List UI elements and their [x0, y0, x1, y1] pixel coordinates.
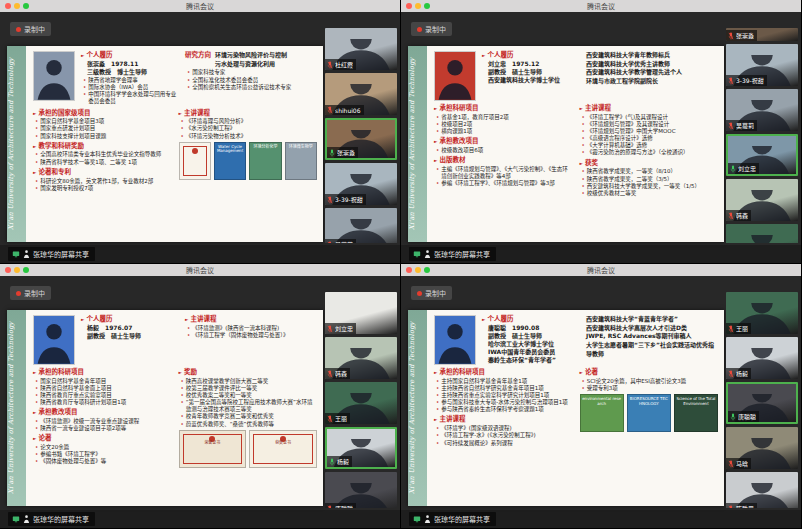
- participant-name: 刘立忠: [325, 323, 356, 334]
- fullscreen-window-button[interactable]: [424, 267, 430, 273]
- participant-tile[interactable]: 陈胜男: [726, 472, 798, 508]
- participant-tile[interactable]: 3-39-祝甜: [325, 163, 397, 205]
- bullet-marker-icon: •: [35, 451, 38, 458]
- close-window-button[interactable]: [5, 3, 11, 9]
- bullet-item: •“第一届全国高等院校工程应用技术教师大赛”水环境监测与治理技术赛项三等奖: [181, 399, 318, 413]
- slide-profile-row: ►个人履历刘立忠 1975.12副教授 硕士生导师西安建筑科技大学博士学位西安建…: [434, 51, 718, 101]
- slide-section: ►承担教改项目•《环境监测》校级一流专业重点建设课程•陕西省一流专业建设项目子项…: [33, 408, 172, 432]
- participant-filmstrip[interactable]: 张崇淼3-39-祝甜吴蔓莉刘立忠韩森王丽: [726, 28, 798, 243]
- share-status-chip[interactable]: 张琼华的屏幕共享: [8, 247, 95, 261]
- participant-tile[interactable]: 王丽: [726, 292, 798, 334]
- section-header: ►出版教材: [434, 156, 573, 165]
- participant-tile[interactable]: 刘立忠: [726, 134, 798, 176]
- bullet-marker-icon: •: [187, 69, 190, 76]
- fullscreen-window-button[interactable]: [424, 3, 430, 9]
- minimize-window-button[interactable]: [14, 3, 20, 9]
- bullet-list: •《环境监测》校级一流专业重点建设课程•陕西省一流专业建设项目子项2项等: [33, 418, 172, 432]
- minimize-window-button[interactable]: [415, 3, 421, 9]
- participant-name: 唐聪聪: [728, 411, 759, 422]
- bullet-item: •校级项目2项: [436, 121, 573, 128]
- slide-body: ►个人履历唐聪聪 1990.08副教授 硕士生导师哈尔滨工业大学博士学位IWA中…: [427, 310, 724, 506]
- recording-indicator[interactable]: 录制中: [411, 22, 452, 36]
- traffic-lights: [406, 267, 430, 273]
- minimize-window-button[interactable]: [14, 267, 20, 273]
- participant-tile[interactable]: 刘立忠: [325, 292, 397, 334]
- book-cover-image: environmental research: [580, 394, 624, 432]
- book-cover-image: Water Cycle Management: [214, 142, 246, 180]
- slide-body: ►个人履历张崇淼 1978.11三级教授 博士生导师•陕西省地理学会理事•国际水…: [26, 46, 323, 242]
- participant-tile[interactable]: 韩森: [726, 179, 798, 221]
- bullet-item: •《环境工程学》(气)及其课程设计: [582, 114, 719, 121]
- close-window-button[interactable]: [5, 267, 11, 273]
- participant-name: 3-39-祝甜: [325, 194, 366, 205]
- window-titlebar: 腾讯会议: [0, 0, 400, 12]
- fullscreen-window-button[interactable]: [23, 267, 29, 273]
- bullet-marker-icon: •: [582, 190, 585, 197]
- bullet-item: •参编《环境工程学》、《环境规划与管理》等3部: [436, 180, 573, 187]
- bullet-item: •省基金1项，教育厅项目2项: [436, 114, 573, 121]
- participant-tile[interactable]: 马晗: [726, 427, 798, 469]
- bullet-list: •论文20余篇•参编书籍《环境工程学》•《固体废物处理与处置》等: [33, 444, 172, 465]
- close-window-button[interactable]: [406, 267, 412, 273]
- close-window-button[interactable]: [406, 3, 412, 9]
- participant-filmstrip[interactable]: 杜红霞shihui06张崇淼3-39-祝甜吴蔓莉: [325, 28, 397, 243]
- participant-tile[interactable]: shihui06: [325, 73, 397, 115]
- certificate-image: [179, 142, 211, 180]
- participant-filmstrip[interactable]: 王丽杨毅唐聪聪马晗陈胜男: [726, 292, 798, 508]
- share-status-chip[interactable]: 张琼华的屏幕共享: [409, 247, 496, 261]
- honor-line: 西安建筑科技大学青年教师标兵: [586, 51, 718, 60]
- participant-tile[interactable]: 韩森: [325, 337, 397, 379]
- participant-tile[interactable]: 张崇淼: [325, 118, 397, 160]
- mic-icon: [728, 370, 734, 378]
- bullet-item: •《环境污染物分析技术》: [181, 133, 318, 140]
- recording-indicator[interactable]: 录制中: [10, 22, 51, 36]
- bullet-item: •国家科技支撑计划项目课题: [35, 133, 172, 140]
- research-direction-line: 环境污染物风险评价与控制: [215, 51, 287, 60]
- recording-indicator[interactable]: 录制中: [411, 286, 452, 300]
- slide-section: ►获奖•陕西省教学成果奖，一等奖（8/10）•陕西省教学成果奖，二等奖（3/5）…: [580, 159, 719, 197]
- recording-indicator[interactable]: 录制中: [10, 286, 51, 300]
- participant-name: 马晗: [726, 458, 751, 469]
- bullet-marker-icon: •: [582, 128, 585, 135]
- slide-left-column: ►承担的国家级项目•国家自然科学基金项目3项•国家重点研发计划项目•国家科技支撑…: [33, 109, 172, 194]
- mic-icon: [728, 325, 734, 333]
- share-status-chip[interactable]: 张琼华的屏幕共享: [409, 512, 496, 526]
- participant-tile[interactable]: 3-39-祝甜: [726, 44, 798, 86]
- image-label: 获奖证书: [251, 441, 315, 446]
- bullet-item: •陕西高校课堂教学创新大赛二等奖: [181, 378, 318, 385]
- arrow-icon: ►: [434, 158, 437, 163]
- participant-tile[interactable]: 王丽: [726, 224, 798, 243]
- participant-tile[interactable]: 王丽: [325, 382, 397, 424]
- mic-icon: [327, 196, 333, 204]
- participant-tile[interactable]: 杨毅: [726, 337, 798, 379]
- arrow-icon: ►: [81, 53, 84, 58]
- participant-tile[interactable]: 杜红霞: [325, 28, 397, 70]
- slide-profile-row: ►个人履历唐聪聪 1990.08副教授 硕士生导师哈尔滨工业大学博士学位IWA中…: [434, 315, 718, 365]
- participant-tile[interactable]: 张崇淼: [726, 28, 798, 41]
- participant-tile[interactable]: 唐聪聪: [726, 382, 798, 424]
- minimize-window-button[interactable]: [415, 267, 421, 273]
- image-label: 环境微生物学: [287, 145, 315, 150]
- bullet-item: •受理专利3项: [582, 385, 719, 392]
- bullet-item: •横向课题1项: [436, 128, 573, 135]
- participant-name: 韩森: [325, 368, 350, 379]
- mic-icon: [327, 370, 333, 378]
- bullet-marker-icon: •: [35, 185, 38, 192]
- bullet-marker-icon: •: [436, 128, 439, 135]
- fullscreen-window-button[interactable]: [23, 3, 29, 9]
- slide-images: Water Cycle Management环境分析化学环境微生物学: [179, 142, 318, 180]
- bullet-marker-icon: •: [436, 166, 439, 180]
- participant-filmstrip[interactable]: 刘立忠韩森王丽杨毅唐聪聪: [325, 292, 397, 508]
- participant-tile[interactable]: 吴蔓莉: [325, 208, 397, 243]
- participant-name: 王丽: [726, 323, 751, 334]
- share-status-chip[interactable]: 张琼华的屏幕共享: [8, 512, 95, 526]
- arrow-icon: ►: [580, 161, 583, 166]
- participant-tile[interactable]: 杨毅: [325, 427, 397, 469]
- participant-tile[interactable]: 吴蔓莉: [726, 89, 798, 131]
- shared-slide: Xi'an University of Architecture and Tec…: [7, 46, 323, 242]
- bullet-list: •陕西省地理学会理事•国际水协会（IWA）会员•中国环境科学学会水处理与回用专业…: [81, 77, 179, 106]
- profile-header: ►个人履历: [81, 315, 179, 324]
- faculty-photo: [33, 51, 75, 101]
- participant-tile[interactable]: 唐聪聪: [325, 472, 397, 508]
- arrow-icon: ►: [434, 139, 437, 144]
